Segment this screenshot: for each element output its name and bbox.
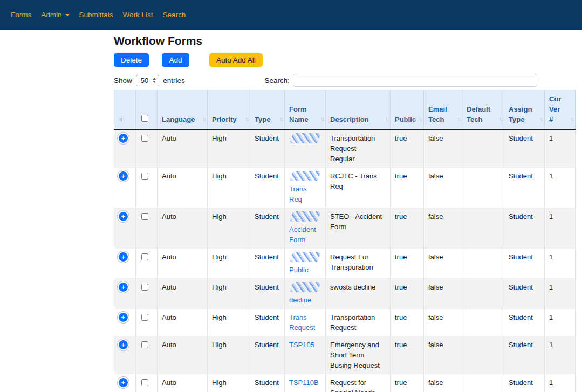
cell-default-tech xyxy=(462,129,504,168)
cell-language: Auto xyxy=(158,208,208,249)
form-name-link[interactable]: Trans Req xyxy=(289,184,321,204)
nav-item-submittals[interactable]: Submittals xyxy=(79,11,113,19)
expand-row-icon[interactable] xyxy=(119,212,128,221)
row-checkbox[interactable] xyxy=(141,253,148,260)
row-checkbox[interactable] xyxy=(141,314,148,321)
cell-form-name: Public xyxy=(285,249,326,279)
cell-default-tech xyxy=(462,279,504,309)
table-row: Auto High Student Trans Req RCJTC - Tran… xyxy=(114,168,576,208)
column-header-default-tech[interactable]: Default Tech↑↓ xyxy=(462,90,504,129)
search-control: Search: xyxy=(264,74,537,87)
expand-row-icon[interactable] xyxy=(119,283,128,292)
expand-row-icon[interactable] xyxy=(119,313,128,322)
column-header-public[interactable]: Public↑↓ xyxy=(391,90,424,129)
search-input[interactable] xyxy=(293,74,537,87)
expand-row-icon[interactable] xyxy=(119,252,128,262)
cell-cur-ver: 1 xyxy=(545,168,576,208)
cell-form-name: decline xyxy=(285,279,326,309)
redaction-scribble xyxy=(290,133,321,143)
page-length-select[interactable]: 50 xyxy=(136,75,159,86)
delete-button[interactable]: Delete xyxy=(114,53,149,67)
cell-email-tech: false xyxy=(424,129,462,168)
cell-default-tech xyxy=(462,309,504,336)
sort-icon: ↑↓ xyxy=(419,114,421,124)
cell-priority: High xyxy=(208,129,250,168)
cell-assign-type: Student xyxy=(504,249,545,279)
nav-item-work-list[interactable]: Work List xyxy=(123,11,153,19)
column-header-type[interactable]: Type↑↓ xyxy=(250,90,285,129)
sort-icon: ↑↓ xyxy=(457,114,460,124)
column-header-expand[interactable]: ↑↓ xyxy=(114,90,136,129)
row-checkbox[interactable] xyxy=(141,135,148,142)
page-title: Workflow Forms xyxy=(114,35,575,47)
cell-public: true xyxy=(391,249,424,279)
expand-row-icon[interactable] xyxy=(119,340,128,349)
cell-assign-type: Student xyxy=(504,168,545,208)
expand-row-icon[interactable] xyxy=(119,171,128,181)
cell-language: Auto xyxy=(158,279,208,309)
cell-cur-ver: 1 xyxy=(545,374,576,392)
nav-item-admin[interactable]: Admin xyxy=(41,11,69,19)
cell-email-tech: false xyxy=(424,279,462,309)
cell-form-name: Trans Request xyxy=(285,309,326,336)
column-label: Cur Ver # xyxy=(549,95,561,123)
form-name-link[interactable]: Trans Request xyxy=(289,313,315,332)
auto-add-all-button[interactable]: Auto Add All xyxy=(209,53,263,67)
cell-form-name: Accident Form xyxy=(285,208,326,249)
cell-description: Transportation Request xyxy=(326,309,391,336)
cell-assign-type: Student xyxy=(504,309,545,336)
select-all-checkbox[interactable] xyxy=(141,115,148,122)
form-name-link[interactable]: TSP110B xyxy=(289,379,319,387)
form-name-link[interactable]: decline xyxy=(289,295,321,305)
form-name-link[interactable]: TSP105 xyxy=(289,341,314,349)
search-label: Search: xyxy=(264,77,290,85)
column-label: Type xyxy=(255,115,270,123)
expand-row-icon[interactable] xyxy=(119,378,128,387)
row-checkbox[interactable] xyxy=(141,213,148,220)
nav-item-search-label: Search xyxy=(163,11,186,19)
cell-cur-ver: 1 xyxy=(545,336,576,374)
nav-item-search[interactable]: Search xyxy=(163,11,186,19)
cell-type: Student xyxy=(250,129,285,168)
row-checkbox[interactable] xyxy=(141,341,148,348)
cell-description: Emergency and Short Term Busing Request xyxy=(326,336,391,374)
cell-priority: High xyxy=(208,336,250,374)
cell-description: STEO - Accident Form xyxy=(326,208,391,249)
column-header-cur-ver[interactable]: Cur Ver #↑↓ xyxy=(545,90,576,129)
cell-public: true xyxy=(391,309,424,336)
sort-icon: ↑↓ xyxy=(119,116,121,122)
column-header-priority[interactable]: Priority↑↓ xyxy=(208,90,250,129)
column-header-email-tech[interactable]: Email Tech↑↓ xyxy=(424,90,462,129)
column-header-assign-type[interactable]: Assign Type↑↓ xyxy=(504,90,545,129)
form-name-link[interactable]: Public xyxy=(289,265,321,275)
column-header-language[interactable]: Language↑↓ xyxy=(158,90,208,129)
cell-email-tech: false xyxy=(424,168,462,208)
sort-icon: ↑↓ xyxy=(202,114,205,124)
nav-item-forms[interactable]: Forms xyxy=(11,11,31,19)
cell-description: swosts decline xyxy=(326,279,391,309)
column-label: Assign Type xyxy=(509,105,532,123)
row-checkbox[interactable] xyxy=(141,379,148,386)
row-checkbox[interactable] xyxy=(141,173,148,180)
table-row: Auto High Student Transportation Request… xyxy=(114,129,576,168)
column-header-description[interactable]: Description↑↓ xyxy=(326,90,391,129)
nav-item-work-list-label: Work List xyxy=(123,11,153,19)
cell-public: true xyxy=(391,336,424,374)
cell-default-tech xyxy=(462,249,504,279)
cell-public: true xyxy=(391,208,424,249)
cell-priority: High xyxy=(208,208,250,249)
row-checkbox[interactable] xyxy=(141,284,148,291)
spinner-arrows-icon xyxy=(153,78,156,83)
column-label: Public xyxy=(395,115,416,123)
cell-description: Transportation Request - Regular xyxy=(326,129,391,168)
form-name-link[interactable]: Accident Form xyxy=(289,224,321,245)
add-button[interactable]: Add xyxy=(162,53,189,67)
nav-item-submittals-label: Submittals xyxy=(79,11,113,19)
main-content: Workflow Forms Delete Add Auto Add All S… xyxy=(114,35,575,392)
nav-item-admin-label: Admin xyxy=(41,11,61,19)
expand-row-icon[interactable] xyxy=(119,134,128,143)
table-controls: Show 50 entries Search: xyxy=(114,74,575,87)
column-label: Default Tech xyxy=(467,105,490,123)
column-header-form-name[interactable]: Form Name↑↓ xyxy=(285,90,326,129)
cell-type: Student xyxy=(250,168,285,208)
